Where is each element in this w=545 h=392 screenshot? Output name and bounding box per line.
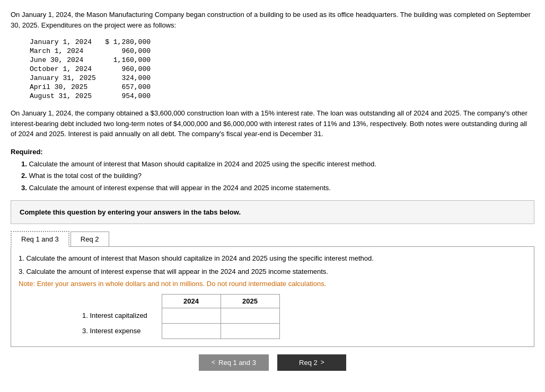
expenditure-row: August 31, 2025954,000 xyxy=(27,92,154,101)
required-section: Required: 1. Calculate the amount of int… xyxy=(11,148,534,193)
exp-date: March 1, 2024 xyxy=(27,47,101,56)
tab-req1and3[interactable]: Req 1 and 3 xyxy=(11,231,69,247)
next-chevron: > xyxy=(321,359,324,366)
required-item: 1. Calculate the amount of interest that… xyxy=(21,159,534,170)
answer-input-2024-1[interactable] xyxy=(162,324,221,338)
expenditure-table: January 1, 2024$ 1,280,000March 1, 20249… xyxy=(27,38,154,101)
expenditure-row: January 31, 2025324,000 xyxy=(27,74,154,83)
next-button[interactable]: Req 2 > xyxy=(277,354,346,371)
exp-amount: 954,000 xyxy=(101,92,154,101)
complete-box: Complete this question by entering your … xyxy=(11,200,534,224)
required-item: 2. What is the total cost of the buildin… xyxy=(21,171,534,181)
complete-box-text: Complete this question by entering your … xyxy=(20,208,525,216)
expenditure-row: June 30, 20241,160,000 xyxy=(27,56,154,65)
intro-paragraph-2: On January 1, 2024, the company obtained… xyxy=(11,108,534,139)
expenditure-row: March 1, 2024960,000 xyxy=(27,47,154,56)
tab-instruction-line: 3. Calculate the amount of interest expe… xyxy=(19,266,526,278)
exp-amount: 960,000 xyxy=(101,65,154,74)
prev-button-label: Req 1 and 3 xyxy=(218,359,256,367)
answer-cell-2024 xyxy=(162,323,221,338)
exp-amount: 657,000 xyxy=(101,83,154,92)
expenditure-row: October 1, 2024960,000 xyxy=(27,65,154,74)
btn-row: < Req 1 and 3 Req 2 > xyxy=(11,354,534,371)
exp-date: August 31, 2025 xyxy=(27,92,101,101)
answer-row-label: 1. Interest capitalized xyxy=(82,308,162,323)
exp-amount: $ 1,280,000 xyxy=(101,38,154,47)
answer-cell-2025 xyxy=(221,308,279,323)
expenditure-row: January 1, 2024$ 1,280,000 xyxy=(27,38,154,47)
exp-amount: 324,000 xyxy=(101,74,154,83)
answer-row: 1. Interest capitalized xyxy=(82,308,279,323)
answer-input-2024-0[interactable] xyxy=(162,308,221,323)
prev-chevron: < xyxy=(212,359,215,366)
tab-req1and3-label: Req 1 and 3 xyxy=(21,235,59,243)
exp-amount: 1,160,000 xyxy=(101,56,154,65)
tab-content-area: 1. Calculate the amount of interest that… xyxy=(11,247,534,347)
required-list: 1. Calculate the amount of interest that… xyxy=(11,159,534,193)
answer-input-2025-0[interactable] xyxy=(221,308,279,323)
answer-row-label: 3. Interest expense xyxy=(82,323,162,338)
intro-paragraph-1: On January 1, 2024, the Mason Manufactur… xyxy=(11,10,534,30)
exp-amount: 960,000 xyxy=(101,47,154,56)
exp-date: June 30, 2024 xyxy=(27,56,101,65)
answer-cell-2025 xyxy=(221,323,279,338)
tab-instructions-container: 1. Calculate the amount of interest that… xyxy=(19,253,526,278)
tab-note: Note: Enter your answers in whole dollar… xyxy=(19,280,526,288)
exp-date: January 1, 2024 xyxy=(27,38,101,47)
exp-date: October 1, 2024 xyxy=(27,65,101,74)
tab-instruction-line: 1. Calculate the amount of interest that… xyxy=(19,253,526,264)
answer-input-2025-1[interactable] xyxy=(221,324,279,338)
tab-req2-label: Req 2 xyxy=(81,235,99,243)
answer-cell-2024 xyxy=(162,308,221,323)
col-header-2024: 2024 xyxy=(162,294,221,308)
exp-date: January 31, 2025 xyxy=(27,74,101,83)
expenditure-row: April 30, 2025657,000 xyxy=(27,83,154,92)
prev-button[interactable]: < Req 1 and 3 xyxy=(199,354,269,371)
tab-req2[interactable]: Req 2 xyxy=(71,231,109,247)
next-button-label: Req 2 xyxy=(299,359,318,367)
exp-date: April 30, 2025 xyxy=(27,83,101,92)
answer-table: 2024 2025 1. Interest capitalized 3. Int… xyxy=(82,294,280,339)
tabs-row: Req 1 and 3 Req 2 xyxy=(11,230,534,247)
col-header-2025: 2025 xyxy=(221,294,279,308)
required-label: Required: xyxy=(11,148,534,156)
answer-table-wrap: 2024 2025 1. Interest capitalized 3. Int… xyxy=(19,294,526,339)
required-item: 3. Calculate the amount of interest expe… xyxy=(21,183,534,193)
answer-row: 3. Interest expense xyxy=(82,323,279,338)
